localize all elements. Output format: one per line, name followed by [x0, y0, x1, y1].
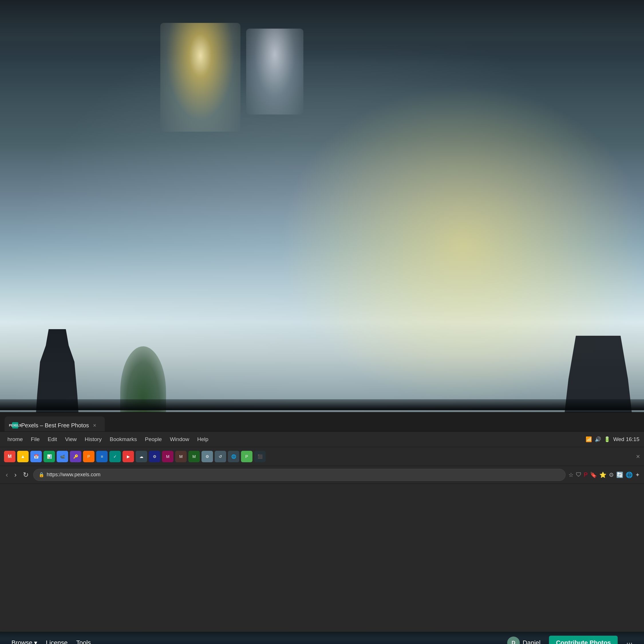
- ext-bm5[interactable]: 🌐: [626, 471, 633, 478]
- system-icons: 📶 🔊 🔋 Wed 16:15: [586, 436, 639, 442]
- address-input[interactable]: 🔒 https://www.pexels.com: [33, 469, 566, 481]
- ext-bm4[interactable]: 🔄: [616, 471, 623, 478]
- browser-chrome: PEXELS Pexels – Best Free Photos × hrome…: [0, 412, 644, 644]
- wifi-icon: 📶: [586, 436, 592, 442]
- menu-bar: hrome File Edit View History Bookmarks P…: [0, 432, 644, 447]
- ext-gdrive-icon[interactable]: ▲: [17, 451, 29, 462]
- menu-history[interactable]: History: [82, 434, 104, 444]
- address-bar: ‹ › ↻ 🔒 https://www.pexels.com ☆ 🛡 P 🔖 ⭐…: [0, 466, 644, 484]
- tab-title: Pexels – Best Free Photos: [21, 422, 89, 429]
- pinterest-icon[interactable]: P: [584, 471, 588, 478]
- ext-dark-icon1[interactable]: ☁: [136, 451, 147, 462]
- system-clock: Wed 16:15: [613, 436, 639, 442]
- back-button[interactable]: ‹: [4, 470, 10, 480]
- menu-edit[interactable]: Edit: [45, 434, 60, 444]
- extension-bar: M ▲ 📅 📊 📹 🔑 P ≡ ✓ ▶ ☁: [0, 447, 644, 466]
- chevron-down-icon: ▾: [34, 639, 37, 644]
- window-glow-left: [160, 23, 240, 132]
- menu-bookmarks[interactable]: Bookmarks: [107, 434, 140, 444]
- user-menu[interactable]: D Daniel: [507, 637, 540, 644]
- ext-icon9[interactable]: P: [241, 451, 252, 462]
- menu-view[interactable]: View: [62, 434, 80, 444]
- tab-bar: PEXELS Pexels – Best Free Photos ×: [0, 413, 644, 432]
- menu-chrome[interactable]: hrome: [5, 434, 26, 444]
- ext-bm6[interactable]: ✦: [635, 471, 640, 478]
- shield-icon[interactable]: 🛡: [576, 471, 582, 478]
- monitor-bezel: [0, 399, 644, 410]
- ext-youtube-icon[interactable]: ▶: [123, 451, 134, 462]
- ext-meet-icon[interactable]: 📹: [57, 451, 68, 462]
- reload-button[interactable]: ↻: [21, 470, 30, 480]
- star-icon[interactable]: ☆: [568, 471, 574, 478]
- menu-file[interactable]: File: [28, 434, 43, 444]
- nav-tools[interactable]: Tools: [76, 639, 91, 644]
- window-glow-right: [246, 29, 303, 114]
- pexels-navbar: Browse ▾ License Tools D Daniel Contribu…: [0, 632, 644, 644]
- address-url: https://www.pexels.com: [47, 472, 560, 478]
- ceiling-overlay: [0, 0, 644, 63]
- menu-window[interactable]: Window: [167, 434, 192, 444]
- ext-sheets-icon[interactable]: 📊: [44, 451, 55, 462]
- nav-license[interactable]: License: [46, 639, 68, 644]
- tab-close-button[interactable]: ×: [92, 421, 98, 430]
- pexels-website: Browse ▾ License Tools D Daniel Contribu…: [0, 632, 644, 644]
- more-options-icon[interactable]: ···: [626, 639, 633, 644]
- ext-icon7[interactable]: ↺: [215, 451, 226, 462]
- user-avatar: D: [507, 637, 520, 644]
- ext-dark-icon2[interactable]: ⚙: [149, 451, 160, 462]
- forward-button[interactable]: ›: [13, 470, 18, 480]
- nav-browse[interactable]: Browse ▾: [11, 639, 37, 644]
- contribute-photos-button[interactable]: Contribute Photos: [549, 636, 618, 644]
- ext-bm3[interactable]: ⚙: [609, 471, 614, 478]
- ext-calendar-icon[interactable]: 📅: [30, 451, 42, 462]
- ext-icon8[interactable]: 🌐: [228, 451, 239, 462]
- ext-gmail-icon[interactable]: M: [4, 451, 15, 462]
- ext-dark-icon3[interactable]: M: [162, 451, 173, 462]
- ext-trello-icon[interactable]: ≡: [96, 451, 108, 462]
- secure-icon: 🔒: [39, 472, 44, 477]
- battery-icon: 🔋: [604, 436, 610, 442]
- ext-icon10[interactable]: ⬛: [254, 451, 266, 462]
- ext-dark-icon5[interactable]: M: [188, 451, 200, 462]
- ext-bm2[interactable]: ⭐: [599, 471, 607, 478]
- ext-bm1[interactable]: 🔖: [590, 471, 597, 478]
- ext-pocket-icon[interactable]: P: [83, 451, 94, 462]
- menu-people[interactable]: People: [142, 434, 165, 444]
- ext-todoist-icon[interactable]: ✓: [109, 451, 121, 462]
- ext-icon6[interactable]: ⚙: [202, 451, 213, 462]
- tab-close-icon[interactable]: ×: [636, 453, 640, 461]
- volume-icon: 🔊: [595, 436, 601, 442]
- tab-favicon: PEXELS: [12, 422, 18, 428]
- user-name: Daniel: [523, 639, 540, 644]
- bookmark-icons: ☆ 🛡 P 🔖 ⭐ ⚙ 🔄 🌐 ✦: [568, 471, 640, 478]
- ext-dark-icon4[interactable]: M: [175, 451, 187, 462]
- menu-help[interactable]: Help: [194, 434, 211, 444]
- active-tab[interactable]: PEXELS Pexels – Best Free Photos ×: [5, 416, 105, 431]
- ext-keepass-icon[interactable]: 🔑: [70, 451, 81, 462]
